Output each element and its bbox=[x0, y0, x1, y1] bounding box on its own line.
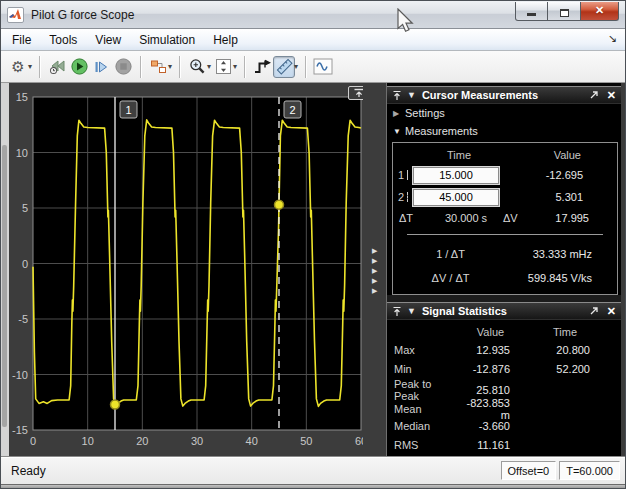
cursor-measurements-button[interactable] bbox=[273, 56, 295, 78]
menu-view[interactable]: View bbox=[86, 30, 130, 50]
stat-label: Median bbox=[387, 420, 457, 432]
maximize-button[interactable] bbox=[548, 2, 581, 21]
y-tick-label: -10 bbox=[12, 369, 28, 381]
y-tick-label: 0 bbox=[22, 258, 28, 270]
ruler-icon bbox=[276, 58, 293, 75]
splitter-arrow-icon: ▶ bbox=[372, 276, 377, 286]
maximize-icon bbox=[560, 9, 569, 17]
highlight-simulink-block-button[interactable] bbox=[147, 56, 169, 78]
stat-value: -3.660 bbox=[457, 420, 510, 432]
settings-gear-button[interactable]: ⚙ bbox=[7, 56, 29, 78]
divider bbox=[407, 234, 603, 235]
undock-panel-icon[interactable] bbox=[589, 306, 599, 316]
y-tick-label: 15 bbox=[16, 91, 28, 103]
side-panels: ▼ Cursor Measurements ✕ ▶ Settings ▼ Mea… bbox=[386, 83, 621, 456]
statistics-table-header: Value Time bbox=[387, 323, 621, 340]
scope-plot[interactable]: 0102030405060-15-10-505101512 bbox=[9, 83, 363, 458]
splitter-expand-arrows[interactable]: ▶ ▶ ▶ ▶ ▶ bbox=[372, 246, 377, 296]
stat-row-rms: RMS 11.161 bbox=[387, 435, 621, 454]
column-header-time: Time bbox=[510, 326, 590, 338]
menu-file[interactable]: File bbox=[3, 30, 40, 50]
x-tick-label: 50 bbox=[300, 435, 312, 447]
stop-button[interactable] bbox=[112, 56, 134, 78]
scrollbar-thumb[interactable] bbox=[2, 145, 7, 427]
step-back-button[interactable] bbox=[46, 56, 68, 78]
cursor-2-time-input[interactable] bbox=[413, 189, 499, 206]
cursor-measurements-header[interactable]: ▼ Cursor Measurements ✕ bbox=[387, 86, 621, 104]
window-bottom-border bbox=[1, 484, 625, 488]
stat-label: Mean bbox=[387, 403, 457, 415]
signal-statistics-header[interactable]: ▼ Signal Statistics ✕ bbox=[387, 302, 621, 320]
delta-t-label: ΔT bbox=[399, 212, 429, 224]
toolbar: ⚙ ▾ bbox=[1, 51, 625, 83]
signal-wave-button[interactable] bbox=[312, 56, 334, 78]
plot-region: 0102030405060-15-10-505101512 bbox=[9, 83, 363, 456]
dashed-line-icon bbox=[407, 192, 408, 202]
solid-line-icon bbox=[407, 170, 408, 180]
offset-readout: Offset=0 bbox=[501, 461, 557, 480]
run-button[interactable] bbox=[68, 56, 90, 78]
cursor-1-marker[interactable] bbox=[111, 400, 120, 409]
x-tick-label: 10 bbox=[82, 435, 94, 447]
settings-expander[interactable]: ▶ Settings bbox=[387, 104, 621, 122]
close-panel-icon[interactable]: ✕ bbox=[607, 89, 616, 102]
window-title: Pilot G force Scope bbox=[31, 8, 515, 22]
menu-overflow-icon[interactable]: ↘ bbox=[608, 32, 617, 45]
stat-row-median: Median -3.660 bbox=[387, 416, 621, 435]
pin-panel-icon[interactable] bbox=[392, 90, 402, 101]
splitter-arrow-icon: ▶ bbox=[372, 266, 377, 276]
step-back-icon bbox=[48, 59, 66, 75]
sine-wave-icon bbox=[313, 58, 333, 75]
cursor-row-1: 1 -12.695 bbox=[393, 164, 617, 186]
chevron-down-icon: ▼ bbox=[393, 127, 405, 136]
cursor-measurements-panel: ▼ Cursor Measurements ✕ ▶ Settings ▼ Mea… bbox=[387, 86, 621, 295]
simulink-blocks-icon bbox=[150, 59, 167, 74]
collapse-panel-icon[interactable]: ▼ bbox=[407, 306, 416, 316]
title-bar[interactable]: Pilot G force Scope ✕ bbox=[1, 1, 625, 29]
settings-dropdown-icon[interactable]: ▾ bbox=[28, 62, 32, 71]
trigger-button[interactable] bbox=[251, 56, 273, 78]
close-panel-icon[interactable]: ✕ bbox=[607, 305, 616, 318]
menu-help[interactable]: Help bbox=[204, 30, 247, 50]
undock-panel-icon[interactable] bbox=[589, 90, 599, 100]
stat-value: 11.161 bbox=[457, 439, 510, 451]
collapse-panel-icon[interactable]: ▼ bbox=[407, 90, 416, 100]
zoom-dropdown-icon[interactable]: ▾ bbox=[207, 62, 211, 71]
stat-value: -823.853 m bbox=[457, 397, 510, 421]
x-tick-label: 0 bbox=[30, 435, 36, 447]
left-scrollbar[interactable] bbox=[1, 83, 9, 456]
menu-simulation[interactable]: Simulation bbox=[130, 30, 204, 50]
main-area: 0102030405060-15-10-505101512 ▶ ▶ ▶ ▶ ▶ bbox=[1, 83, 625, 456]
delta-v-label: ΔV bbox=[503, 212, 539, 224]
zoom-button[interactable] bbox=[186, 56, 208, 78]
measurements-expander[interactable]: ▼ Measurements bbox=[387, 122, 621, 140]
cursor-measurements-dropdown-icon[interactable]: ▾ bbox=[294, 62, 298, 71]
fit-dropdown-icon[interactable]: ▾ bbox=[233, 62, 237, 71]
panel-splitter[interactable]: ▶ ▶ ▶ ▶ ▶ bbox=[363, 83, 386, 456]
stat-label: Max bbox=[387, 344, 457, 356]
y-tick-label: 10 bbox=[16, 147, 28, 159]
menu-tools[interactable]: Tools bbox=[40, 30, 86, 50]
minimize-button[interactable] bbox=[515, 2, 548, 21]
stat-value: 25.810 bbox=[457, 384, 510, 396]
cursor-2-label: 2 bbox=[289, 104, 295, 116]
stop-icon bbox=[115, 58, 132, 75]
splitter-arrow-icon: ▶ bbox=[372, 256, 377, 266]
stat-time: 52.200 bbox=[510, 363, 590, 375]
x-tick-label: 60 bbox=[355, 435, 363, 447]
trigger-icon bbox=[253, 59, 271, 75]
fit-to-view-button[interactable] bbox=[212, 56, 234, 78]
step-forward-button[interactable] bbox=[90, 56, 112, 78]
cursor-2-marker[interactable] bbox=[275, 200, 284, 209]
stat-value: 12.935 bbox=[457, 344, 510, 356]
measurements-table-header: Time Value bbox=[393, 145, 617, 164]
cursor-1-time-input[interactable] bbox=[413, 167, 499, 184]
highlight-dropdown-icon[interactable]: ▾ bbox=[168, 62, 172, 71]
close-button[interactable]: ✕ bbox=[581, 2, 619, 21]
scope-window: Pilot G force Scope ✕ File Tools View Si… bbox=[0, 0, 626, 489]
pin-panel-icon[interactable] bbox=[392, 306, 402, 317]
y-tick-label: 5 bbox=[22, 202, 28, 214]
x-tick-label: 30 bbox=[191, 435, 203, 447]
column-header-value: Value bbox=[457, 326, 510, 338]
measurements-table: Time Value 1 -12.695 2 5.301 ΔT bbox=[392, 142, 618, 295]
